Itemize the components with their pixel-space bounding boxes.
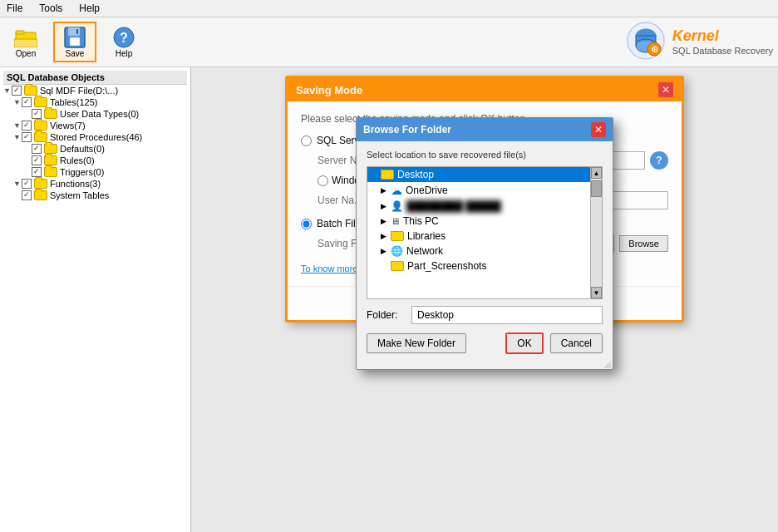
tree-item-defaults[interactable]: Defaults(0) [3, 143, 187, 155]
svg-rect-1 [16, 31, 24, 34]
tree-item-tables[interactable]: ▼ Tables(125) [3, 96, 187, 108]
screenshots-folder-icon [391, 261, 404, 271]
brand-name: Kernel [672, 27, 719, 44]
svg-rect-5 [70, 37, 80, 46]
browse-cancel-button[interactable]: Cancel [550, 333, 603, 353]
save-button[interactable]: Save [53, 22, 96, 62]
browse-item-desktop[interactable]: Desktop [367, 167, 590, 182]
browse-tree: Desktop ▶ ☁ OneDrive ▶ 👤 [367, 167, 590, 298]
browse-item-screenshots[interactable]: Part_Screenshots [367, 259, 590, 273]
branding-text: Kernel SQL Database Recovery [672, 27, 773, 57]
tree-item-stored-procedures[interactable]: ▼ Stored Procedures(46) [3, 131, 187, 143]
menu-file[interactable]: File [3, 2, 26, 15]
tree-item-views[interactable]: ▼ Views(7) [3, 120, 187, 131]
resize-grip[interactable] [357, 362, 613, 369]
menu-bar: File Tools Help [0, 0, 778, 17]
folder-input[interactable] [411, 306, 603, 324]
tree-item-root[interactable]: ▼ Sql MDF File(D:\...) [3, 85, 187, 96]
svg-rect-2 [14, 39, 37, 47]
tree-item-rules[interactable]: Rules(0) [3, 155, 187, 166]
browse-ok-button[interactable]: OK [505, 332, 543, 354]
browse-item-libraries[interactable]: ▶ Libraries [367, 229, 590, 244]
svg-text:⚙: ⚙ [650, 45, 657, 54]
svg-line-19 [609, 367, 611, 368]
browse-item-thispc[interactable]: ▶ 🖥 This PC [367, 214, 590, 229]
browse-item-network[interactable]: ▶ 🌐 Network [367, 244, 590, 259]
svg-rect-6 [76, 29, 78, 34]
brand-icon: ⚙ [626, 21, 666, 63]
network-icon: 🌐 [391, 245, 403, 257]
tree-item-functions[interactable]: ▼ Functions(3) [3, 178, 187, 190]
toolbar: Open Save ? Help [0, 17, 778, 67]
tree-root: ▼ Sql MDF File(D:\...) ▼ Tables(125) Use… [3, 85, 187, 201]
menu-help[interactable]: Help [76, 2, 103, 15]
tree-scrollbar[interactable]: ▲ ▼ [590, 167, 602, 298]
browse-item-onedrive[interactable]: ▶ ☁ OneDrive [367, 182, 590, 199]
left-panel: SQL Database Objects ▼ Sql MDF File(D:\.… [0, 67, 191, 532]
person-icon: 👤 [391, 200, 403, 212]
tree-item-system-tables[interactable]: System Tables [3, 190, 187, 201]
tree-item-userdatatypes[interactable]: User Data Types(0) [3, 108, 187, 120]
browse-title: Browse For Folder [363, 124, 451, 135]
thispc-icon: 🖥 [391, 216, 400, 226]
browse-instruction: Select location to save recovered file(s… [367, 150, 603, 160]
make-new-folder-button[interactable]: Make New Folder [367, 333, 466, 353]
browse-close-btn[interactable]: ✕ [591, 122, 606, 137]
onedrive-icon: ☁ [391, 184, 402, 197]
browse-item-person[interactable]: ▶ 👤 ████████ █████ [367, 199, 590, 214]
menu-tools[interactable]: Tools [36, 2, 66, 15]
svg-text:?: ? [120, 31, 128, 45]
open-button[interactable]: Open [5, 22, 47, 62]
tree-item-triggers[interactable]: Triggers(0) [3, 166, 187, 178]
help-button[interactable]: ? Help [103, 22, 145, 62]
libraries-folder-icon [391, 231, 404, 241]
right-panel: Saving Mode ✕ Please select the saving m… [191, 67, 778, 532]
brand-sub: SQL Database Recovery [672, 46, 773, 56]
panel-title: SQL Database Objects [3, 71, 187, 85]
desktop-folder-icon [381, 170, 394, 180]
folder-label: Folder: [367, 309, 406, 321]
